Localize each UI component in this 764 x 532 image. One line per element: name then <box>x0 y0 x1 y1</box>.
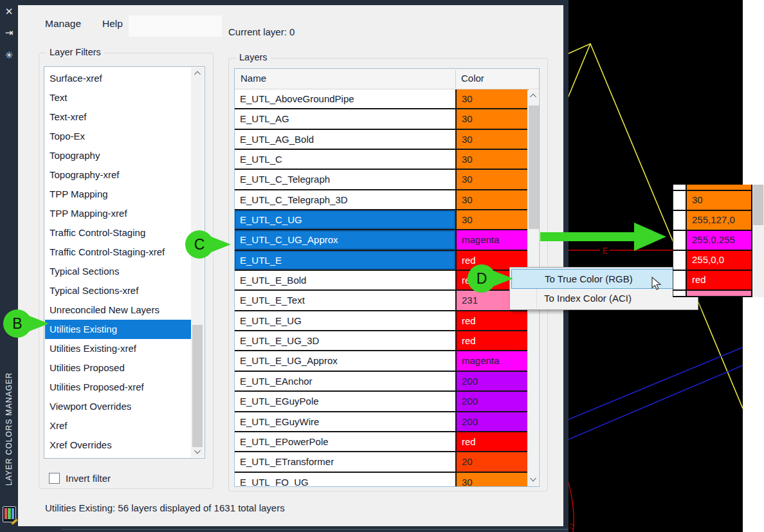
layer-row[interactable]: E_UTL_EAnchor 200 <box>235 372 529 392</box>
zoomed-color-row: 255,0,0 <box>673 251 764 271</box>
layer-color-cell[interactable]: 30 <box>455 109 529 128</box>
layer-row[interactable]: E_UTL_ETransformer 20 <box>235 452 529 472</box>
filter-list-item[interactable]: Surface-xref <box>45 69 192 88</box>
layer-row[interactable]: E_UTL_AG_Bold 30 <box>235 130 529 150</box>
layer-name-cell: E_UTL_EGuyPole <box>235 392 455 410</box>
auto-hide-pin-icon[interactable]: ⇥ <box>0 27 18 39</box>
layer-name-cell: E_UTL_AG_Bold <box>235 130 455 149</box>
layer-row[interactable]: E_UTL_C 30 <box>235 150 529 170</box>
layers-scrollbar-thumb[interactable] <box>529 105 539 229</box>
invert-filter-checkbox[interactable] <box>49 473 60 484</box>
layer-colors-app-icon[interactable] <box>3 506 16 522</box>
layer-color-cell[interactable]: red <box>455 432 529 451</box>
layer-color-cell[interactable]: 20 <box>455 452 529 471</box>
layer-color-cell[interactable]: red <box>455 311 529 330</box>
layer-color-cell[interactable]: 30 <box>455 190 529 209</box>
filter-list-item[interactable]: Topo-Ex <box>45 127 192 146</box>
filter-list-item[interactable]: Typical Sections-xref <box>45 281 192 300</box>
layer-color-cell[interactable]: 200 <box>455 372 529 390</box>
layer-color-cell[interactable]: 30 <box>455 130 529 149</box>
menu-item-true-color[interactable]: To True Color (RGB) <box>511 269 696 289</box>
filter-list-item[interactable]: Traffic Control-Staging <box>45 223 192 243</box>
close-icon[interactable]: ✕ <box>0 6 18 17</box>
column-header-name[interactable]: Name <box>241 73 266 84</box>
filter-list-item[interactable]: TPP Mapping <box>45 185 192 204</box>
layer-color-cell[interactable]: magenta <box>455 351 529 370</box>
layer-row[interactable]: E_UTL_E_Text 231 <box>235 291 529 311</box>
layer-filters-list: Surface-xref Text Text-xref Topo-Ex Topo… <box>44 66 205 459</box>
scroll-up-icon[interactable] <box>194 71 201 78</box>
zoomed-name-sliver <box>673 271 686 289</box>
layer-row[interactable]: E_UTL_E_UG_3D red <box>235 331 529 351</box>
filter-list-item[interactable]: Typical Sections <box>45 262 192 281</box>
layer-color-cell[interactable]: red <box>455 331 529 350</box>
filter-list-item[interactable]: Utilities Proposed-xref <box>45 378 192 397</box>
scroll-up-icon[interactable] <box>530 94 536 100</box>
settings-gear-icon[interactable]: ✳ <box>0 50 18 61</box>
filter-list-item[interactable]: Topography <box>45 146 192 165</box>
layer-name-cell: E_UTL_AboveGroundPipe <box>235 89 455 108</box>
filter-list-item[interactable]: TPP Mapping-xref <box>45 204 192 223</box>
filter-list-item[interactable]: Unreconciled New Layers <box>45 300 192 320</box>
layer-color-cell[interactable]: 30 <box>455 210 529 229</box>
zoomed-color-cell: 30 <box>686 191 752 210</box>
mouse-cursor-icon <box>650 275 666 292</box>
filters-scrollbar[interactable] <box>191 68 204 457</box>
scroll-down-icon[interactable] <box>194 448 201 454</box>
zoomed-scrollbar-thumb[interactable] <box>753 185 763 225</box>
zoomed-name-sliver <box>673 211 686 230</box>
layer-colors-manager-app: Manage Help Current layer: 0 Layer Filte… <box>0 0 764 532</box>
zoomed-color-row <box>673 291 764 297</box>
filter-list-item[interactable]: Utilities Existing <box>45 320 192 339</box>
layer-color-cell[interactable]: 30 <box>455 170 529 188</box>
filter-list-item[interactable]: Xref <box>45 416 192 436</box>
filter-list-item[interactable]: Text <box>45 88 192 107</box>
zoomed-name-sliver <box>673 185 686 190</box>
filter-list-item[interactable]: Topography-xref <box>45 165 192 185</box>
layer-row[interactable]: E_UTL_EGuyWire 200 <box>235 412 529 432</box>
layer-row[interactable]: E_UTL_EGuyPole 200 <box>235 392 529 412</box>
layer-color-cell[interactable]: 30 <box>455 89 529 108</box>
red-curve <box>568 476 574 532</box>
palette-blue-bar <box>12 508 14 519</box>
zoomed-name-sliver <box>673 231 686 250</box>
zoomed-scrollbar[interactable] <box>752 185 764 297</box>
layer-color-cell[interactable]: 30 <box>455 150 529 169</box>
filters-scrollbar-thumb[interactable] <box>192 325 203 447</box>
menu-item-index-color[interactable]: To Index Color (ACI) <box>511 289 696 309</box>
layer-row[interactable]: E_UTL_E_UG red <box>235 311 529 331</box>
layer-color-cell[interactable]: magenta <box>455 230 529 249</box>
layer-color-cell[interactable]: 200 <box>455 392 529 410</box>
filter-list-item[interactable]: Viewport Overrides <box>45 397 192 416</box>
layer-row[interactable]: E_UTL_E_UG_Approx magenta <box>235 351 529 371</box>
layer-filters-group: Layer Filters Surface-xref Text Text-xre… <box>39 53 214 489</box>
filter-list-item[interactable]: Utilities Proposed <box>45 358 192 378</box>
layer-row[interactable]: E_UTL_C_UG 30 <box>235 210 529 230</box>
layers-table-header: Name Color <box>235 69 539 89</box>
layer-name-cell: E_UTL_E_Bold <box>235 271 455 289</box>
menu-manage[interactable]: Manage <box>45 18 81 30</box>
layer-color-cell[interactable]: 30 <box>455 473 529 487</box>
layer-name-cell: E_UTL_C_UG <box>235 210 455 229</box>
filter-list-item[interactable]: Xref Overrides <box>45 436 192 455</box>
zoomed-color-rows: 30 255,127,0 255,0,255 255,0,0 <box>673 185 764 297</box>
scroll-down-icon[interactable] <box>530 475 536 482</box>
layer-row[interactable]: E_UTL_AboveGroundPipe 30 <box>235 89 529 109</box>
layer-row[interactable]: E_UTL_C_UG_Approx magenta <box>235 230 529 250</box>
column-header-color[interactable]: Color <box>461 73 484 84</box>
layer-row[interactable]: E_UTL_C_Telegraph 30 <box>235 170 529 190</box>
layer-row[interactable]: E_UTL_C_Telegraph_3D 30 <box>235 190 529 210</box>
layer-row[interactable]: E_UTL_FO_UG 30 <box>235 473 529 487</box>
filter-list-item[interactable]: Utilities Existing-xref <box>45 339 192 358</box>
layer-row[interactable]: E_UTL_AG 30 <box>235 109 529 129</box>
menu-help[interactable]: Help <box>102 18 123 30</box>
column-divider[interactable] <box>455 70 456 88</box>
filter-list-item[interactable]: Text-xref <box>45 107 192 127</box>
layer-row[interactable]: E_UTL_EPowerPole red <box>235 432 529 452</box>
callout-d: D <box>468 264 519 293</box>
layer-color-cell[interactable]: 200 <box>455 412 529 431</box>
layer-name-cell: E_UTL_EAnchor <box>235 372 455 390</box>
red-e-label: E <box>603 246 608 255</box>
filter-list-item[interactable]: Traffic Control-Staging-xref <box>45 243 192 262</box>
palette-red-bar <box>5 508 7 519</box>
